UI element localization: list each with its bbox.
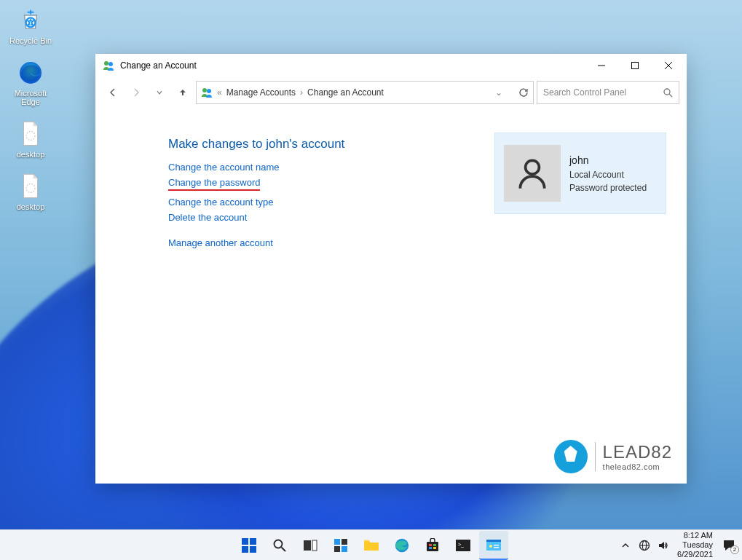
clock-date: 6/29/2021 [677,550,713,559]
svg-rect-31 [429,547,432,549]
desktop-icon-edge[interactable]: Microsoft Edge [4,58,57,106]
window-title: Change an Account [120,60,197,71]
control-panel-window: Change an Account « Manage Accounts › Ch… [95,54,687,484]
svg-point-37 [489,545,492,548]
minimize-button[interactable] [585,54,618,77]
notif-badge: 2 [730,545,739,554]
svg-rect-30 [433,544,436,546]
svg-rect-29 [429,544,432,546]
refresh-button[interactable] [518,87,529,98]
file-explorer-button[interactable] [357,531,386,560]
recycle-bin-icon [16,6,45,35]
svg-rect-39 [494,547,499,548]
desktop-icon-file-1[interactable]: desktop [4,119,57,159]
desktop-icons: Recycle Bin Microsoft Edge desktop deskt… [4,6,57,211]
svg-point-14 [526,160,540,174]
breadcrumb-prefix: « [217,87,222,98]
account-card[interactable]: john Local Account Password protected [494,133,666,214]
up-button[interactable] [173,82,193,103]
svg-point-10 [202,88,207,92]
svg-point-4 [104,61,108,66]
svg-rect-36 [486,540,501,542]
close-button[interactable] [652,54,685,77]
maximize-button[interactable] [618,54,652,77]
breadcrumb-manage-accounts[interactable]: Manage Accounts [226,87,296,98]
system-tray [619,539,670,552]
svg-rect-18 [250,546,256,553]
svg-line-20 [281,547,285,551]
task-view-button[interactable] [296,531,325,560]
svg-line-13 [669,94,672,97]
chevron-down-icon[interactable]: ⌄ [495,87,502,98]
svg-rect-21 [304,540,311,551]
user-accounts-icon [201,87,213,98]
link-manage-another[interactable]: Manage another account [168,237,273,248]
svg-point-5 [108,62,113,66]
tray-overflow-button[interactable] [619,539,632,552]
terminal-button[interactable]: >_ [449,531,478,560]
svg-rect-25 [334,546,340,552]
desktop-icon-label: Recycle Bin [9,36,52,45]
desktop-icon-label: desktop [17,202,45,211]
breadcrumb-change-account[interactable]: Change an Account [307,87,384,98]
account-username: john [569,153,647,168]
account-protection: Password protected [569,181,647,194]
nav-row: « Manage Accounts › Change an Account ⌄ [95,77,687,108]
network-icon[interactable] [638,539,651,552]
desktop-icon-recycle-bin[interactable]: Recycle Bin [4,6,57,45]
user-accounts-icon [103,60,114,71]
desktop-icon-label: Microsoft Edge [4,89,57,106]
forward-button[interactable] [126,82,146,103]
svg-text:>_: >_ [458,542,464,548]
store-button[interactable] [418,531,447,560]
widgets-button[interactable] [326,531,355,560]
start-button[interactable] [234,531,264,560]
watermark-url: thelead82.com [603,462,672,471]
address-bar[interactable]: « Manage Accounts › Change an Account ⌄ [196,81,534,104]
desktop-icon-file-2[interactable]: desktop [4,172,57,211]
account-type: Local Account [569,168,647,181]
content-area: Make changes to john's account Change th… [95,108,687,484]
svg-rect-32 [433,547,436,549]
search-box[interactable] [537,81,679,104]
svg-rect-16 [250,538,256,545]
edge-icon [16,58,45,87]
svg-rect-24 [342,539,347,545]
svg-rect-38 [494,545,499,545]
avatar [504,145,561,202]
search-icon[interactable] [663,87,673,98]
svg-rect-28 [427,542,438,551]
svg-point-19 [274,540,282,548]
svg-rect-22 [312,540,317,551]
clock-day: Tuesday [677,540,713,550]
back-button[interactable] [103,82,123,103]
taskbar-clock[interactable]: 8:12 AM Tuesday 6/29/2021 [677,531,713,560]
link-delete-account[interactable]: Delete the account [168,212,247,223]
link-change-name[interactable]: Change the account name [168,162,280,173]
link-change-password[interactable]: Change the password [168,177,260,191]
svg-point-11 [207,89,211,93]
desktop-icon-label: desktop [17,150,45,159]
chevron-right-icon: › [300,87,303,98]
control-panel-taskbar-button[interactable] [479,531,508,560]
link-change-type[interactable]: Change the account type [168,197,274,208]
file-icon [16,172,45,201]
lead82-logo-icon [554,440,588,473]
edge-taskbar-button[interactable] [387,531,417,560]
volume-icon[interactable] [657,539,670,552]
taskbar-center: >_ [234,531,508,560]
svg-rect-7 [632,63,639,69]
titlebar[interactable]: Change an Account [95,54,687,77]
file-icon [16,119,45,149]
svg-point-12 [664,89,670,95]
account-info: john Local Account Password protected [569,153,647,194]
notifications-button[interactable]: 2 [720,537,738,554]
svg-rect-26 [342,546,347,552]
svg-rect-17 [242,546,248,553]
taskbar-search-button[interactable] [265,531,294,560]
svg-rect-23 [334,539,340,545]
clock-time: 8:12 AM [677,531,713,540]
recent-dropdown[interactable] [149,82,170,103]
watermark: LEAD82 thelead82.com [554,440,672,473]
search-input[interactable] [543,87,657,98]
